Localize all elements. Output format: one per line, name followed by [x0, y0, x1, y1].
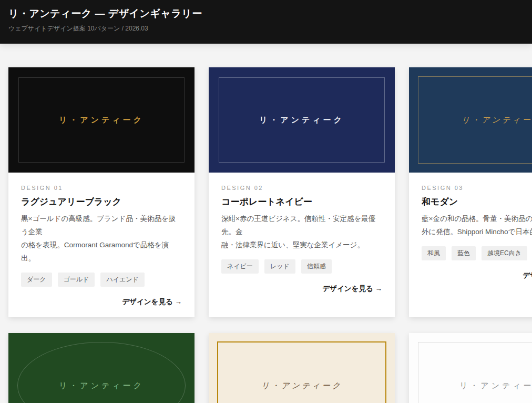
design-title: 和モダン	[422, 196, 532, 208]
preview-frame	[217, 341, 386, 403]
design-card: リ・アンティーク	[8, 333, 195, 403]
design-preview: リ・アンティーク	[209, 67, 395, 173]
design-preview: リ・アンティーク	[8, 67, 195, 173]
design-title: ラグジュアリーブラック	[21, 196, 182, 208]
tag-chip: 藍色	[452, 246, 476, 260]
brand-logo-text: リ・アンティーク	[259, 115, 344, 125]
tag-chip: ネイビー	[221, 259, 259, 274]
design-card: リ・アンティーク DESIGN 01 ラグジュアリーブラック 黒×ゴールドの高級…	[8, 67, 195, 317]
design-card: リ・アンティーク	[209, 333, 395, 403]
tag-chip: ハイエンド	[100, 273, 144, 287]
view-design-link[interactable]: デザインを見る →	[322, 285, 382, 293]
brand-logo-text: リ・アンティーク	[459, 381, 532, 391]
card-body: DESIGN 03 和モダン 藍×金の和の品格。骨董・美術品の「日本」を海 外に…	[409, 173, 532, 291]
design-preview: リ・アンティーク	[409, 67, 532, 173]
gallery-main: リ・アンティーク DESIGN 01 ラグジュアリーブラック 黒×ゴールドの高級…	[0, 67, 532, 403]
brand-logo-text: リ・アンティーク	[462, 115, 532, 125]
design-description: 黒×ゴールドの高級感。ブランド品・美術品を扱う企業 の格を表現。Cormoran…	[21, 212, 182, 265]
tag-list: ネイビーレッド信頼感	[221, 259, 382, 274]
brand-logo-text: リ・アンティーク	[261, 381, 342, 391]
tag-chip: ダーク	[21, 273, 52, 287]
design-description: 深紺×赤の王道ビジネス。信頼性・安定感を最優先。金 融・法律業界に近い、堅実な企…	[221, 212, 382, 251]
tag-list: ダークゴールドハイエンド	[21, 273, 182, 287]
tag-chip: 越境EC向き	[482, 246, 527, 260]
design-preview: リ・アンティーク	[409, 333, 532, 403]
design-title: コーポレートネイビー	[221, 196, 382, 208]
tag-list: 和風藍色越境EC向き	[422, 246, 532, 260]
page-subtitle: ウェブサイトデザイン提案 10パターン / 2026.03	[8, 24, 524, 33]
design-card: リ・アンティーク DESIGN 02 コーポレートネイビー 深紺×赤の王道ビジネ…	[209, 67, 395, 317]
link-row: デザインを見る →	[422, 270, 532, 280]
brand-logo-text: リ・アンティーク	[59, 381, 144, 391]
design-description: 藍×金の和の品格。骨董・美術品の「日本」を海 外に発信。Shippori Min…	[422, 212, 532, 238]
preview-frame	[418, 342, 532, 403]
page-title: リ・アンティーク — デザインギャラリー	[8, 7, 524, 21]
view-design-link[interactable]: デザインを見る →	[122, 298, 182, 306]
design-number: DESIGN 01	[21, 185, 182, 191]
design-card: リ・アンティーク	[409, 333, 532, 403]
link-row: デザインを見る →	[221, 284, 382, 294]
link-row: デザインを見る →	[21, 297, 182, 307]
tag-chip: ゴールド	[58, 273, 95, 287]
card-grid: リ・アンティーク DESIGN 01 ラグジュアリーブラック 黒×ゴールドの高級…	[8, 67, 532, 403]
view-design-link[interactable]: デザインを見る →	[523, 271, 532, 279]
tag-chip: 和風	[422, 246, 446, 260]
design-number: DESIGN 03	[422, 185, 532, 191]
design-card: リ・アンティーク DESIGN 03 和モダン 藍×金の和の品格。骨董・美術品の…	[409, 67, 532, 317]
preview-frame	[17, 342, 186, 403]
header: リ・アンティーク — デザインギャラリー ウェブサイトデザイン提案 10パターン…	[0, 0, 532, 44]
design-preview: リ・アンティーク	[209, 333, 395, 403]
card-body: DESIGN 02 コーポレートネイビー 深紺×赤の王道ビジネス。信頼性・安定感…	[209, 173, 395, 304]
tag-chip: 信頼感	[301, 259, 332, 274]
design-preview: リ・アンティーク	[8, 333, 195, 403]
tag-chip: レッド	[264, 259, 295, 274]
design-number: DESIGN 02	[221, 185, 382, 191]
card-body: DESIGN 01 ラグジュアリーブラック 黒×ゴールドの高級感。ブランド品・美…	[8, 173, 195, 317]
brand-logo-text: リ・アンティーク	[59, 115, 144, 125]
